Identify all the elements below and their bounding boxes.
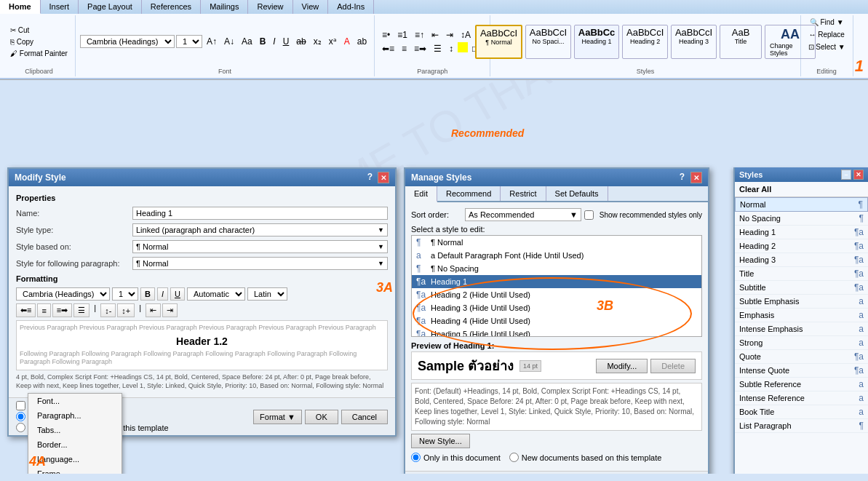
multilevel-button[interactable]: ≡↑ (412, 28, 427, 41)
clear-all-button[interactable]: Clear All (735, 182, 868, 197)
delete-button[interactable]: Delete (650, 359, 696, 373)
auto-update-checkbox[interactable] (16, 401, 25, 410)
format-menu-button[interactable]: Format ▼ (253, 410, 302, 424)
numbering-button[interactable]: ≡1 (394, 28, 410, 41)
sp-item-heading1[interactable]: Heading 1 ¶a (735, 226, 868, 239)
strikethrough-button[interactable]: ab (293, 35, 308, 48)
style-item-default[interactable]: a a Default Paragraph Font (Hide Until U… (412, 249, 701, 262)
align-right-button[interactable]: ≡➡ (411, 42, 429, 55)
highlight-button[interactable]: ab (354, 35, 370, 48)
only-doc-scope-radio[interactable] (411, 453, 421, 462)
ms-tab-restrict[interactable]: Restrict (501, 186, 546, 201)
align-center-button[interactable]: ≡ (399, 42, 410, 55)
sp-item-no-spacing[interactable]: No Spacing ¶ (735, 212, 868, 226)
bullets-button[interactable]: ≡• (379, 28, 393, 41)
align-left-format-button[interactable]: ⬅≡ (16, 303, 36, 317)
format-painter-button[interactable]: 🖌 Format Painter (7, 48, 71, 59)
tab-addins[interactable]: Add-Ins (328, 0, 374, 14)
font-size-select[interactable]: 14 (176, 35, 202, 48)
ctx-language[interactable]: Language... (28, 452, 122, 466)
ctx-paragraph[interactable]: Paragraph... (28, 408, 122, 423)
modify-style-close-button[interactable]: ✕ (378, 172, 389, 183)
ctx-font[interactable]: Font... (28, 394, 122, 408)
ms-tab-edit[interactable]: Edit (405, 186, 437, 202)
sp-item-subtle-emphasis[interactable]: Subtle Emphasis a (735, 295, 868, 309)
ctx-frame[interactable]: Frame... (28, 466, 122, 474)
select-button[interactable]: ⊡ Select ▼ (805, 41, 848, 52)
increase-indent-button[interactable]: ⇥ (443, 28, 456, 41)
format-italic-button[interactable]: I (157, 287, 168, 301)
cut-button[interactable]: ✂ Cut (7, 25, 71, 36)
sp-item-subtitle[interactable]: Subtitle ¶a (735, 281, 868, 295)
line-spacing-more-button[interactable]: ↕+ (117, 303, 135, 317)
increase-font-icon[interactable]: A↑ (204, 35, 220, 48)
style-type-combo[interactable]: Linked (paragraph and character) ▼ (132, 223, 388, 236)
decrease-indent-button[interactable]: ⇤ (429, 28, 442, 41)
subscript-button[interactable]: x₂ (311, 35, 324, 48)
find-button[interactable]: 🔍 Find ▼ (807, 17, 847, 28)
manage-styles-close-button[interactable]: ✕ (690, 172, 702, 183)
tab-view[interactable]: View (293, 0, 329, 14)
increase-indent-format-button[interactable]: ⇥ (162, 303, 178, 317)
superscript-button[interactable]: xᵃ (326, 35, 340, 48)
sp-item-subtle-reference[interactable]: Subtle Reference a (735, 378, 868, 391)
text-color-button[interactable]: A (341, 35, 353, 48)
ctx-border[interactable]: Border... (28, 437, 122, 452)
style-item-no-spacing[interactable]: ¶ ¶ No Spacing (412, 262, 701, 275)
line-spacing-less-button[interactable]: ↕- (100, 303, 116, 317)
style-based-combo[interactable]: ¶ Normal ▼ (132, 240, 388, 253)
style-item-heading1[interactable]: ¶a Heading 1 (412, 275, 701, 288)
decrease-indent-format-button[interactable]: ⇤ (146, 303, 161, 317)
style-item-heading5[interactable]: ¶a Heading 5 (Hide Until Used) (412, 327, 701, 337)
clear-format-icon[interactable]: Aa (239, 35, 255, 48)
style-title[interactable]: AaB Title (720, 25, 762, 59)
manage-styles-help-icon[interactable]: ? (680, 172, 685, 183)
format-font-combo[interactable]: Cambria (Headings) (16, 287, 110, 301)
format-bold-button[interactable]: B (140, 287, 155, 301)
style-item-heading4[interactable]: ¶a Heading 4 (Hide Until Used) (412, 314, 701, 327)
style-item-heading2[interactable]: ¶a Heading 2 (Hide Until Used) (412, 288, 701, 301)
tab-page-layout[interactable]: Page Layout (79, 0, 142, 14)
justify-button[interactable]: ☰ (431, 42, 445, 55)
sp-item-quote[interactable]: Quote ¶a (735, 350, 868, 364)
align-right-format-button[interactable]: ≡➡ (52, 303, 72, 317)
style-heading1[interactable]: AaBbCc Heading 1 (574, 25, 619, 59)
sp-item-strong[interactable]: Strong a (735, 336, 868, 350)
modify-ok-button[interactable]: OK (305, 410, 338, 424)
sp-item-book-title[interactable]: Book Title a (735, 405, 868, 419)
align-left-button[interactable]: ⬅≡ (379, 42, 397, 55)
format-lang-combo[interactable]: Latin (247, 287, 287, 301)
new-docs-scope-radio[interactable] (509, 453, 519, 462)
font-name-select[interactable]: Cambria (Headings) (80, 35, 175, 48)
sp-item-emphasis[interactable]: Emphasis a (735, 309, 868, 322)
sp-item-title[interactable]: Title ¶a (735, 267, 868, 281)
copy-button[interactable]: ⎘ Copy (7, 36, 71, 47)
modify-cancel-button[interactable]: Cancel (341, 410, 388, 424)
align-center-format-button[interactable]: ≡ (37, 303, 50, 317)
style-following-combo[interactable]: ¶ Normal ▼ (132, 257, 388, 270)
sp-item-heading2[interactable]: Heading 2 ¶a (735, 239, 868, 253)
sort-button[interactable]: ↕A (458, 28, 474, 41)
only-doc-radio[interactable] (16, 412, 25, 421)
decrease-font-icon[interactable]: A↓ (221, 35, 237, 48)
ms-tab-recommend[interactable]: Recommend (437, 186, 501, 201)
line-spacing-button[interactable]: ↕ (446, 42, 456, 55)
styles-panel-minimize-button[interactable]: – (841, 170, 851, 180)
justify-format-button[interactable]: ☰ (73, 303, 89, 317)
tab-review[interactable]: Review (248, 0, 292, 14)
sort-order-combo[interactable]: As Recommended ▼ (465, 208, 581, 221)
style-item-heading3[interactable]: ¶a Heading 3 (Hide Until Used) (412, 301, 701, 314)
tab-references[interactable]: References (142, 0, 201, 14)
replace-button[interactable]: ↔ Replace (805, 29, 847, 40)
style-heading2[interactable]: AaBbCcI Heading 2 (622, 25, 668, 59)
ctx-tabs[interactable]: Tabs... (28, 423, 122, 437)
sp-item-heading3[interactable]: Heading 3 ¶a (735, 253, 868, 267)
tab-home[interactable]: Home (0, 0, 41, 14)
italic-button[interactable]: I (270, 35, 278, 48)
style-list-box[interactable]: ¶ ¶ Normal a a Default Paragraph Font (H… (411, 235, 702, 337)
shading-button[interactable] (458, 42, 468, 52)
style-item-normal[interactable]: ¶ ¶ Normal (412, 236, 701, 249)
sp-item-intense-emphasis[interactable]: Intense Emphasis a (735, 322, 868, 336)
sp-item-intense-quote[interactable]: Intense Quote ¶a (735, 364, 868, 378)
sp-item-list-paragraph[interactable]: List Paragraph ¶ (735, 419, 868, 433)
